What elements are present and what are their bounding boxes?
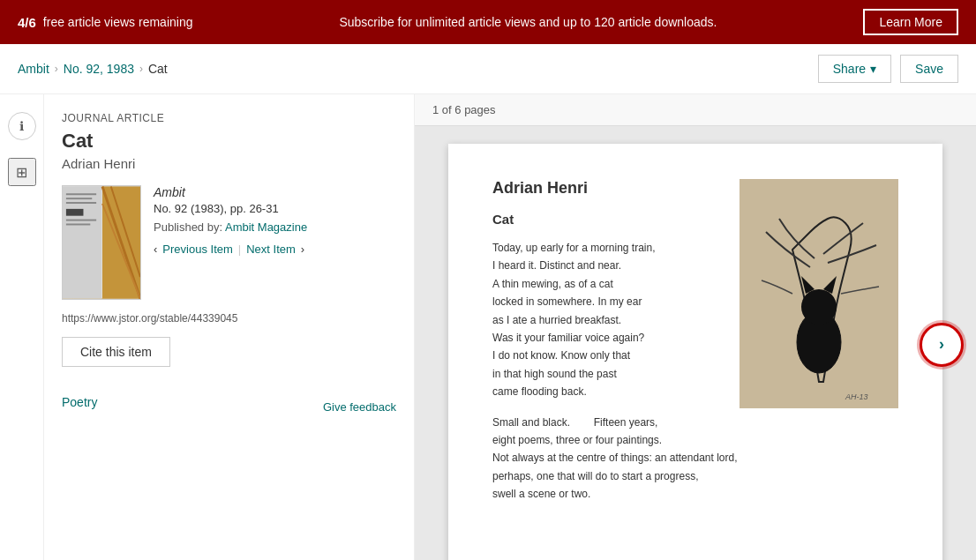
breadcrumb-home-link[interactable]: Ambit — [18, 62, 49, 76]
breadcrumb: Ambit › No. 92, 1983 › Cat — [18, 62, 168, 76]
next-item-link[interactable]: Next Item — [246, 243, 296, 256]
grid-icon: ⊞ — [16, 164, 27, 181]
article-meta-row: Ambit No. 92 (1983), pp. 26-31 Published… — [62, 185, 396, 300]
breadcrumb-bar: Ambit › No. 92, 1983 › Cat Share ▾ Save — [0, 44, 976, 94]
prev-item-link[interactable]: Previous Item — [162, 243, 232, 256]
stable-url: https://www.jstor.org/stable/44339045 — [62, 312, 396, 325]
cite-button[interactable]: Cite this item — [62, 337, 170, 367]
nav-links: ‹ Previous Item | Next Item › — [154, 243, 396, 256]
breadcrumb-current: Cat — [148, 62, 168, 76]
svg-rect-8 — [66, 223, 90, 225]
svg-rect-3 — [66, 193, 96, 195]
published-by-prefix: Published by: — [154, 220, 222, 234]
thumbnail-inner — [63, 186, 140, 299]
article-panel: JOURNAL ARTICLE Cat Adrian Henri — [44, 94, 415, 560]
document-viewer: 1 of 6 pages — [415, 94, 976, 560]
next-chevron-icon: › — [939, 335, 944, 354]
svg-rect-7 — [66, 220, 96, 221]
article-details: Ambit No. 92 (1983), pp. 26-31 Published… — [154, 185, 396, 300]
views-count: 4/6 — [18, 15, 36, 30]
main-layout: ℹ ⊞ JOURNAL ARTICLE Cat Adrian Henri — [0, 94, 976, 560]
article-thumbnail — [62, 185, 141, 300]
viewer-content: AH-13 Adrian Henri Cat Today, up early f… — [415, 126, 976, 560]
next-page-button[interactable]: › — [920, 323, 964, 367]
bottom-row: Poetry Give feedback — [62, 390, 396, 414]
thumbnail-svg — [63, 185, 140, 300]
svg-rect-4 — [66, 198, 92, 199]
share-label: Share — [833, 62, 866, 76]
left-chevron-icon: ‹ — [154, 243, 157, 256]
breadcrumb-actions: Share ▾ Save — [818, 55, 958, 83]
banner-left: 4/6 free article views remaining — [18, 15, 192, 30]
article-issue: No. 92 (1983), pp. 26-31 — [154, 202, 396, 215]
breadcrumb-sep-2: › — [139, 63, 143, 75]
share-button[interactable]: Share ▾ — [818, 55, 891, 83]
feedback-link[interactable]: Give feedback — [323, 400, 396, 414]
views-text: free article views remaining — [43, 15, 193, 29]
svg-point-14 — [801, 289, 837, 325]
article-title: Cat — [62, 130, 396, 153]
chevron-down-icon: ▾ — [870, 62, 876, 76]
svg-text:AH-13: AH-13 — [845, 392, 868, 401]
viewer-header: 1 of 6 pages — [415, 94, 976, 126]
nav-separator: | — [238, 243, 241, 256]
svg-rect-6 — [66, 209, 84, 216]
svg-rect-5 — [66, 202, 96, 204]
grid-icon-button[interactable]: ⊞ — [8, 158, 36, 186]
side-icon-panel: ℹ ⊞ — [0, 94, 44, 560]
article-author: Adrian Henri — [62, 156, 396, 171]
save-button[interactable]: Save — [900, 55, 958, 83]
banner-subscribe-text: Subscribe for unlimited article views an… — [192, 15, 863, 29]
cat-illustration-svg: AH-13 — [740, 179, 898, 408]
breadcrumb-issue-link[interactable]: No. 92, 1983 — [64, 62, 134, 76]
right-chevron-icon: › — [301, 243, 304, 256]
page-info: 1 of 6 pages — [432, 103, 496, 116]
publisher-link[interactable]: Ambit Magazine — [225, 220, 307, 234]
journal-name: Ambit — [154, 185, 396, 199]
info-icon-button[interactable]: ℹ — [8, 112, 36, 140]
top-banner: 4/6 free article views remaining Subscri… — [0, 0, 976, 44]
cat-illustration-area: AH-13 — [740, 179, 898, 408]
poem-stanza-2: Small and black. Fifteen years, eight po… — [492, 414, 898, 504]
article-type-label: JOURNAL ARTICLE — [62, 112, 396, 124]
poetry-tag-link[interactable]: Poetry — [62, 395, 97, 409]
published-by-row: Published by: Ambit Magazine — [154, 220, 396, 234]
info-icon: ℹ — [19, 119, 24, 133]
page-document: AH-13 Adrian Henri Cat Today, up early f… — [448, 144, 942, 560]
learn-more-button[interactable]: Learn More — [863, 9, 958, 35]
breadcrumb-sep-1: › — [55, 63, 58, 75]
